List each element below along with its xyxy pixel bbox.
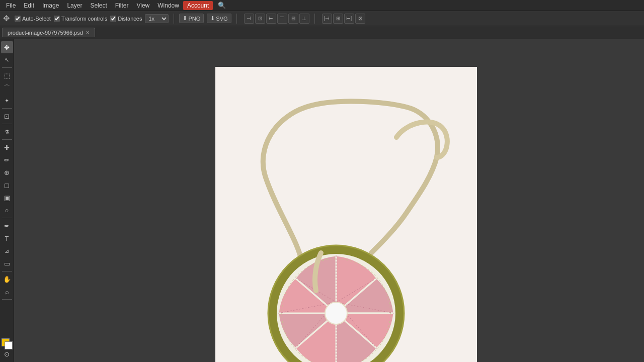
color-swatch-area: ⊙ [2,338,13,360]
tool-separator-5 [2,218,12,218]
tool-separator-4 [2,139,12,140]
menu-item-image[interactable]: Image [38,1,63,10]
distribute-left-icon[interactable]: |⊣ [322,14,332,24]
tool-separator-7 [2,299,12,300]
align-center-h-icon[interactable]: ⊡ [255,14,265,24]
download-svg-icon: ⬇ [210,15,215,22]
hand-tool[interactable]: ✋ [1,273,13,285]
background-color-swatch[interactable] [5,341,13,349]
dodge-tool[interactable]: ○ [1,204,13,216]
path-select-tool[interactable]: ⊿ [1,245,13,257]
menu-item-filter[interactable]: Filter [111,1,133,10]
stamp-tool[interactable]: ⊕ [1,166,13,178]
distribute-right-icon[interactable]: ⊢| [344,14,354,24]
zoom-tool[interactable]: ⌕ [1,286,13,298]
align-right-icon[interactable]: ⊢ [266,14,276,24]
product-image [215,67,477,362]
export-png-button[interactable]: ⬇ PNG [179,14,204,23]
distances-checkbox[interactable] [110,16,116,22]
tab-bar: product-image-907975966.psd × [0,26,644,39]
distances-checkbox-label[interactable]: Distances [110,16,142,22]
toolbar: ✥ ↖ ⬚ ⌒ ✦ ⊡ ⚗ ✚ ✏ ⊕ ◻ ▣ ○ ✒ T ⊿ ▭ ✋ ⌕ ⊙ [0,39,14,362]
svg-point-13 [325,302,347,324]
pen-tool[interactable]: ✒ [1,220,13,232]
tab-filename: product-image-907975966.psd [8,30,83,36]
tab-close-button[interactable]: × [86,30,90,36]
distribute-extra-icon[interactable]: ⊠ [355,14,365,24]
marquee-tool[interactable]: ⬚ [1,69,13,81]
lasso-tool[interactable]: ⌒ [1,82,13,94]
auto-select-checkbox[interactable] [15,16,21,22]
align-icons-group: ⊣ ⊡ ⊢ ⊤ ⊟ ⊥ [244,14,309,24]
auto-select-checkbox-label[interactable]: Auto-Select [15,16,51,22]
move-tool-icon: ✥ [3,14,10,23]
canvas-area [14,39,644,362]
move-tool[interactable]: ✥ [1,41,13,53]
tool-separator-2 [2,108,12,109]
menu-item-layer[interactable]: Layer [63,1,86,10]
transform-controls-checkbox-label[interactable]: Transform controls [54,16,107,22]
shape-tool[interactable]: ▭ [1,257,13,269]
tool-separator-1 [2,67,12,68]
separator-2 [236,14,237,24]
transform-controls-label: Transform controls [61,16,107,22]
menu-item-file[interactable]: File [2,1,20,10]
quick-mask-icon[interactable]: ⊙ [4,350,10,358]
export-png-label: PNG [188,16,200,22]
brush-tool[interactable]: ✏ [1,154,13,166]
separator-1 [174,14,174,24]
auto-select-label: Auto-Select [22,16,51,22]
align-center-v-icon[interactable]: ⊟ [288,14,298,24]
eyedropper-tool[interactable]: ⚗ [1,126,13,138]
menu-bar: File Edit Image Layer Select Filter View… [0,0,644,11]
zoom-select[interactable]: 1x 2x 0.5x [145,14,169,23]
menu-item-account[interactable]: Account [183,1,213,10]
export-svg-button[interactable]: ⬇ SVG [207,14,231,23]
export-svg-label: SVG [216,16,227,22]
align-bottom-icon[interactable]: ⊥ [299,14,309,24]
align-top-icon[interactable]: ⊤ [277,14,287,24]
menu-item-view[interactable]: View [132,1,153,10]
product-svg [215,67,477,362]
menu-item-select[interactable]: Select [86,1,111,10]
align-left-icon[interactable]: ⊣ [244,14,254,24]
download-icon: ⬇ [183,15,187,22]
distribute-icons-group: |⊣ ⊞ ⊢| ⊠ [322,14,365,24]
separator-3 [314,14,315,24]
gradient-tool[interactable]: ▣ [1,192,13,204]
options-bar: ✥ Auto-Select Transform controls Distanc… [0,11,644,26]
color-swatches[interactable] [2,338,13,349]
healing-tool[interactable]: ✚ [1,141,13,153]
distribute-center-icon[interactable]: ⊞ [333,14,343,24]
search-icon[interactable]: 🔍 [215,1,229,10]
crop-tool[interactable]: ⊡ [1,110,13,122]
arrow-tool[interactable]: ↖ [1,54,13,66]
tool-separator-3 [2,124,12,124]
magic-wand-tool[interactable]: ✦ [1,95,13,107]
type-tool[interactable]: T [1,232,13,244]
distances-label: Distances [118,16,142,22]
canvas-document [215,67,477,362]
transform-controls-checkbox[interactable] [54,16,60,22]
eraser-tool[interactable]: ◻ [1,179,13,191]
document-tab[interactable]: product-image-907975966.psd × [2,28,95,37]
main-area: ✥ ↖ ⬚ ⌒ ✦ ⊡ ⚗ ✚ ✏ ⊕ ◻ ▣ ○ ✒ T ⊿ ▭ ✋ ⌕ ⊙ [0,39,644,362]
menu-item-edit[interactable]: Edit [20,1,38,10]
menu-item-window[interactable]: Window [153,1,183,10]
tool-separator-6 [2,271,12,272]
